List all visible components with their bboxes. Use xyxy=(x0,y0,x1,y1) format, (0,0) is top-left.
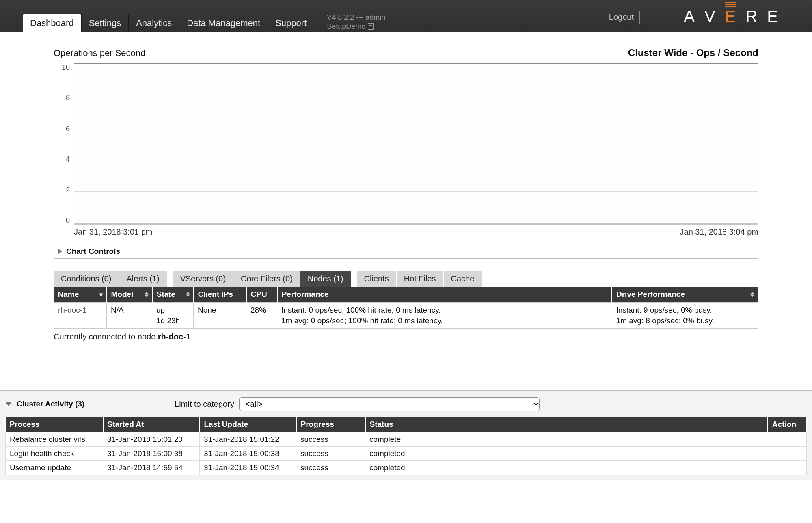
tab-settings[interactable]: Settings xyxy=(81,14,129,32)
sort-asc-icon xyxy=(186,292,190,294)
sort-asc-icon xyxy=(145,292,149,294)
chart-controls-label: Chart Controls xyxy=(66,247,120,256)
tab-support[interactable]: Support xyxy=(268,14,314,32)
logo-letter: E xyxy=(767,7,788,26)
main-tabs: Dashboard Settings Analytics Data Manage… xyxy=(23,13,385,32)
subtab-cache[interactable]: Cache xyxy=(444,271,482,287)
node-table: Name Model State Client IPs CPU Performa… xyxy=(54,287,758,329)
document-icon[interactable] xyxy=(368,23,374,30)
y-tick: 4 xyxy=(62,155,70,164)
table-row: rh-doc-1 N/A up 1d 23h None 28% Instant:… xyxy=(54,303,758,329)
subtab-clients[interactable]: Clients xyxy=(357,271,397,287)
subtab-hot-files[interactable]: Hot Files xyxy=(397,271,444,287)
cell-state: up 1d 23h xyxy=(152,303,194,329)
col-status[interactable]: Status xyxy=(365,417,768,432)
plot-area[interactable] xyxy=(74,63,758,225)
version-line: V4.8.2.2 --- admin xyxy=(327,13,385,22)
col-cpu[interactable]: CPU xyxy=(246,287,277,303)
col-process[interactable]: Process xyxy=(6,417,103,432)
cell-process: Username update xyxy=(6,461,103,475)
x-tick-right: Jan 31, 2018 3:04 pm xyxy=(680,227,758,237)
cluster-name: SetupDemo xyxy=(327,22,365,31)
cell-started: 31-Jan-2018 15:01:20 xyxy=(103,432,200,447)
cell-progress: success xyxy=(296,432,365,447)
cluster-activity-title: Cluster Activity (3) xyxy=(17,400,84,408)
col-progress[interactable]: Progress xyxy=(296,417,365,432)
sort-desc-icon xyxy=(750,295,754,297)
col-performance[interactable]: Performance xyxy=(277,287,612,303)
cell-action[interactable] xyxy=(768,447,806,461)
cell-progress: success xyxy=(296,461,365,475)
cell-progress: success xyxy=(296,447,365,461)
col-started-at[interactable]: Started At xyxy=(103,417,200,432)
subtab-conditions[interactable]: Conditions (0) xyxy=(54,271,119,287)
cell-status: complete xyxy=(365,432,768,447)
cell-process: Rebalance cluster vifs xyxy=(6,432,103,447)
subtab-alerts[interactable]: Alerts (1) xyxy=(119,271,167,287)
chart-controls-toggle[interactable]: Chart Controls xyxy=(54,244,758,259)
col-client-ips[interactable]: Client IPs xyxy=(194,287,246,303)
table-row: Login health check 31-Jan-2018 15:00:38 … xyxy=(6,447,807,461)
subtab-vservers[interactable]: VServers (0) xyxy=(173,271,233,287)
subtab-nodes[interactable]: Nodes (1) xyxy=(300,271,351,287)
activity-table: Process Started At Last Update Progress … xyxy=(5,417,807,475)
logo-letter: A xyxy=(684,7,704,26)
logo-letter-accent: E xyxy=(725,7,746,26)
tab-dashboard[interactable]: Dashboard xyxy=(23,14,81,32)
brand-logo: A V E R E xyxy=(684,7,788,26)
y-tick: 2 xyxy=(62,186,70,195)
col-state[interactable]: State xyxy=(152,287,194,303)
col-last-update[interactable]: Last Update xyxy=(200,417,296,432)
category-select[interactable]: <all> xyxy=(239,397,540,411)
col-drive-performance[interactable]: Drive Performance xyxy=(612,287,758,303)
subtab-row: Conditions (0) Alerts (1) VServers (0) C… xyxy=(54,271,758,287)
cluster-activity-panel: Cluster Activity (3) Limit to category <… xyxy=(0,390,812,480)
y-tick: 10 xyxy=(62,63,70,72)
version-info: V4.8.2.2 --- admin SetupDemo xyxy=(327,13,385,32)
logo-accent-bars-icon xyxy=(725,2,736,8)
cell-started: 31-Jan-2018 14:59:54 xyxy=(103,461,200,475)
tab-analytics[interactable]: Analytics xyxy=(128,14,179,32)
logo-letter: V xyxy=(704,7,725,26)
sort-desc-icon xyxy=(186,295,190,297)
cell-process: Login health check xyxy=(6,447,103,461)
connected-node-line: Currently connected to node rh-doc-1. xyxy=(54,332,758,341)
cell-status: completed xyxy=(365,447,768,461)
limit-category-label: Limit to category xyxy=(175,400,234,409)
chart-left-title: Operations per Second xyxy=(54,48,145,58)
disclosure-right-icon xyxy=(58,249,62,254)
y-tick: 6 xyxy=(62,125,70,133)
col-action[interactable]: Action xyxy=(768,417,806,432)
x-axis: Jan 31, 2018 3:01 pm Jan 31, 2018 3:04 p… xyxy=(74,225,758,237)
sort-asc-icon xyxy=(750,292,754,294)
sort-desc-icon xyxy=(145,295,149,297)
table-row: Username update 31-Jan-2018 14:59:54 31-… xyxy=(6,461,807,475)
cell-drive: Instant: 9 ops/sec; 0% busy. 1m avg: 8 o… xyxy=(612,303,758,329)
logout-button[interactable]: Logout xyxy=(603,11,640,24)
cell-started: 31-Jan-2018 15:00:38 xyxy=(103,447,200,461)
cell-cpu: 28% xyxy=(246,303,277,329)
cell-action[interactable] xyxy=(768,461,806,475)
cell-client-ips: None xyxy=(194,303,246,329)
top-bar: Logout A V E R E Dashboard Settings Anal… xyxy=(0,0,812,32)
tab-data-management[interactable]: Data Management xyxy=(179,14,268,32)
cell-model: N/A xyxy=(107,303,152,329)
node-name-link[interactable]: rh-doc-1 xyxy=(58,306,87,314)
x-tick-left: Jan 31, 2018 3:01 pm xyxy=(74,227,152,237)
cell-last: 31-Jan-2018 15:00:34 xyxy=(200,461,296,475)
cell-action[interactable] xyxy=(768,432,806,447)
ops-chart: 10 8 6 4 2 0 xyxy=(62,63,758,225)
col-model[interactable]: Model xyxy=(107,287,152,303)
cell-perf: Instant: 0 ops/sec; 100% hit rate; 0 ms … xyxy=(277,303,612,329)
y-tick: 0 xyxy=(62,216,70,225)
sort-desc-icon xyxy=(99,294,103,297)
table-row: Rebalance cluster vifs 31-Jan-2018 15:01… xyxy=(6,432,807,447)
cell-status: completed xyxy=(365,461,768,475)
y-axis: 10 8 6 4 2 0 xyxy=(62,63,74,225)
cell-last: 31-Jan-2018 15:00:38 xyxy=(200,447,296,461)
disclosure-down-icon[interactable] xyxy=(5,402,12,406)
col-name[interactable]: Name xyxy=(54,287,107,303)
subtab-core-filers[interactable]: Core Filers (0) xyxy=(233,271,300,287)
logo-letter: R xyxy=(745,7,767,26)
chart-right-title: Cluster Wide - Ops / Second xyxy=(628,47,758,58)
